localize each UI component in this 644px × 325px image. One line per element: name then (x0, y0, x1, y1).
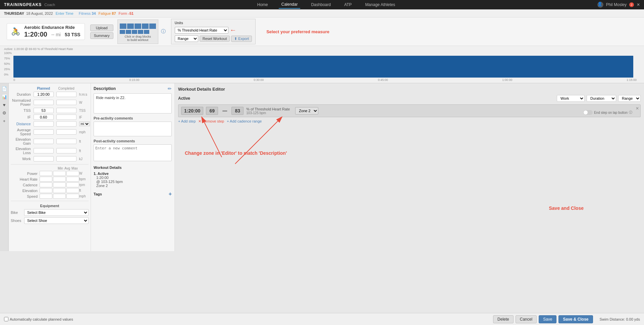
pre-activity-box[interactable] (94, 122, 172, 136)
nav-brand-area: TRAININGPEAKS Coach (4, 2, 55, 7)
bike-select[interactable]: Select Bike (24, 209, 89, 216)
reset-workout-button[interactable]: Reset Workout (200, 36, 230, 42)
tss-completed[interactable] (56, 108, 76, 113)
save-close-button[interactable]: Save & Close (558, 315, 593, 323)
sidebar-icon-heart[interactable]: ♥ (1, 101, 8, 108)
elev-loss-completed[interactable] (56, 148, 76, 153)
post-activity-textarea[interactable] (94, 144, 172, 161)
hr-max[interactable] (66, 177, 79, 182)
units-select[interactable]: % Threshold Heart Rate Heart Rate (bpm) … (175, 27, 228, 34)
shoes-select[interactable]: Select Shoe (24, 217, 89, 224)
elev-gain-input[interactable] (34, 139, 54, 144)
auto-calc-label: Automatically calculate planned values (10, 317, 73, 321)
elev-gain-completed[interactable] (56, 139, 76, 144)
min-header: Min (58, 167, 63, 170)
description-edit-icon[interactable]: ✏ (168, 86, 172, 91)
avg-speed-input[interactable] (34, 129, 54, 135)
delete-button[interactable]: Delete (493, 315, 514, 323)
user-name: Phil Mosley (606, 2, 627, 7)
norm-power-completed[interactable] (56, 100, 76, 105)
nav-dashboard[interactable]: Dashboard (308, 1, 333, 8)
elev-loss-input[interactable] (34, 148, 54, 153)
distance-input[interactable] (34, 121, 54, 127)
elevation-max[interactable] (66, 188, 79, 193)
block-item[interactable] (132, 30, 137, 34)
enter-time-link[interactable]: Enter Time (56, 11, 73, 15)
power-min[interactable] (40, 171, 52, 176)
cadence-min[interactable] (40, 182, 52, 187)
cadence-avg[interactable] (53, 182, 66, 187)
step-low: 69 (206, 107, 218, 115)
nav-home[interactable]: Home (255, 1, 271, 8)
lap-toggle-switch[interactable] (583, 110, 593, 115)
work-completed[interactable] (56, 156, 76, 161)
editor-duration-select[interactable]: DurationDistanceLap Button (587, 95, 616, 102)
step-zone-select[interactable]: Zone 1 Zone 2 Zone 3 Zone 4 Zone 5 (295, 107, 318, 114)
export-button[interactable]: ⬆ Export (231, 36, 252, 42)
nav-atp[interactable]: ATP (341, 1, 354, 8)
power-avg[interactable] (53, 171, 66, 176)
nav-calendar[interactable]: Calendar (279, 1, 301, 9)
save-button[interactable]: Save (539, 315, 556, 323)
summary-button[interactable]: Summary (90, 32, 113, 39)
elevation-avg[interactable] (53, 188, 66, 193)
if-input[interactable] (34, 114, 54, 120)
workout-bike-icon: 🚴 (11, 27, 20, 36)
add-cadence-button[interactable]: + Add cadence range (227, 119, 262, 124)
add-step-button[interactable]: + Add step (178, 119, 196, 124)
notification-badge[interactable]: 2 (629, 2, 634, 7)
nav-manage-athletes[interactable]: Manage Athletes (363, 1, 398, 8)
chart-active-label: Active: 1:20:00 @ 69-83 % of Threshold H… (4, 47, 640, 51)
stat-work-row: Work kJ (11, 155, 91, 162)
sidebar-icon-settings[interactable]: ⚙ (1, 109, 8, 116)
description-content: Ride mainly in Z2. (94, 93, 172, 113)
block-item[interactable] (135, 24, 141, 29)
cadence-max[interactable] (66, 182, 79, 187)
tags-add-button[interactable]: + (169, 191, 172, 197)
work-input[interactable] (34, 156, 54, 161)
editor-type-select[interactable]: WorkRestWarmupCooldown (557, 95, 585, 102)
sidebar-icon-chart[interactable]: 📊 (1, 93, 8, 100)
speed-avg[interactable] (53, 194, 66, 199)
speed-min[interactable] (40, 194, 52, 199)
norm-power-input[interactable] (34, 100, 54, 105)
elevation-min[interactable] (40, 188, 52, 193)
sidebar-icon-plus[interactable]: + (1, 118, 8, 124)
duration-input[interactable] (34, 92, 54, 97)
block-item[interactable] (142, 24, 149, 29)
workout-editor-panel: Workout Details Editor Active WorkRestWa… (175, 83, 644, 251)
speed-max[interactable] (66, 194, 79, 199)
distance-unit-select[interactable]: mikm (79, 122, 90, 126)
remove-step-button[interactable]: ✕ Remove step (198, 119, 224, 124)
block-item[interactable] (149, 24, 156, 29)
block-item[interactable] (144, 30, 149, 34)
distance-completed[interactable] (56, 121, 76, 127)
step-close-button[interactable]: ✕ (636, 106, 639, 111)
block-item[interactable] (120, 24, 126, 29)
step-time-display: 1:20:00 (181, 107, 203, 115)
if-completed[interactable] (56, 114, 76, 120)
block-item[interactable] (138, 30, 143, 34)
block-item[interactable] (120, 30, 125, 34)
block-item[interactable] (127, 24, 134, 29)
stat-if-row: IF IF (11, 114, 91, 121)
auto-calc-checkbox[interactable] (4, 317, 8, 321)
step-actions: + Add step ✕ Remove step + Add cadence r… (178, 119, 641, 124)
duration-completed[interactable] (56, 92, 76, 97)
builder-info-icon[interactable]: ⓘ (161, 29, 166, 35)
sidebar-icon-doc[interactable]: 📄 (1, 85, 8, 92)
range-select[interactable]: Range Single (175, 35, 198, 42)
window-controls[interactable]: ✕ (637, 2, 640, 7)
tss-input[interactable] (34, 108, 54, 113)
avg-speed-completed[interactable] (56, 129, 76, 135)
block-item[interactable] (126, 30, 131, 34)
editor-range-select[interactable]: RangeSingle (618, 95, 641, 102)
power-max[interactable] (66, 171, 79, 176)
hr-avg[interactable] (53, 177, 66, 182)
cancel-button[interactable]: Cancel (516, 315, 537, 323)
min-avg-max-header: Min Avg Max (11, 167, 89, 170)
stat-duration-row: Duration h:m:s (11, 91, 91, 98)
upload-button[interactable]: Upload (90, 25, 113, 31)
lap-info-icon[interactable]: ⓘ (629, 110, 632, 115)
hr-min[interactable] (40, 177, 52, 182)
